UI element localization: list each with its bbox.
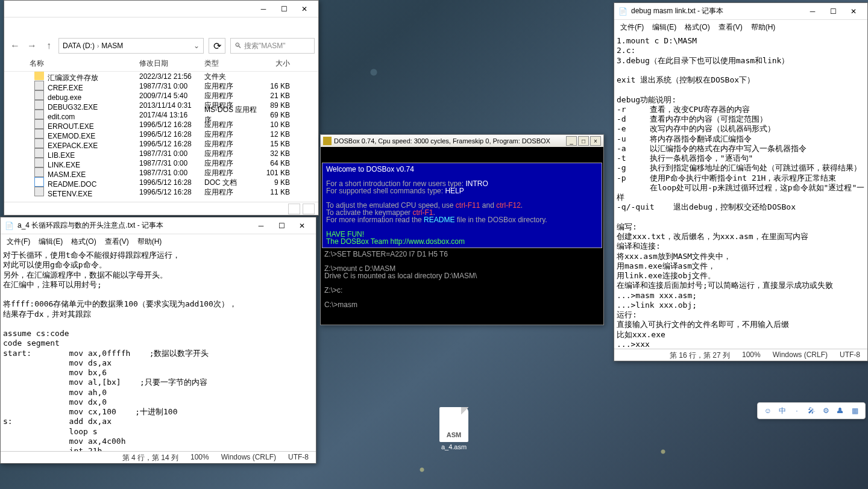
doc-icon [34, 177, 44, 187]
minimize-button[interactable]: _ [566, 136, 577, 146]
menu-item[interactable]: 文件(F) [617, 21, 647, 34]
status-enc: UTF-8 [840, 350, 860, 360]
ime-punct-icon[interactable]: · [791, 405, 802, 416]
explorer-titlebar[interactable]: ─ ☐ ✕ [4, 1, 318, 17]
maximize-button[interactable]: ☐ [274, 2, 294, 16]
breadcrumb-segment[interactable]: MASM [101, 42, 123, 50]
dosbox-welcome: Welcome to DOSBox v0.74 For a short intr… [322, 163, 602, 248]
desktop-file-icon[interactable]: ASM a_4.asm [433, 407, 475, 450]
dosbox-title: DOSBox 0.74, Cpu speed: 3000 cycles, Fra… [334, 137, 566, 145]
status-pos: 第 16 行，第 27 列 [670, 350, 730, 360]
search-icon: 🔍︎ [234, 42, 242, 50]
dosbox-icon [323, 137, 332, 145]
file-explorer-window: ─ ☐ ✕ ← → ↑ DATA (D:) › MASM ⌄ ⟳ 🔍︎ 搜索"M… [4, 0, 319, 216]
close-button[interactable]: ✕ [292, 219, 312, 233]
file-icon: ASM [439, 407, 468, 442]
maximize-button[interactable]: ☐ [271, 219, 292, 233]
close-button[interactable]: ✕ [294, 2, 315, 16]
exe-icon [34, 187, 44, 196]
notepad2-statusbar: 第 16 行，第 27 列 100% Windows (CRLF) UTF-8 [614, 349, 867, 361]
col-size[interactable]: 大小 [261, 58, 295, 69]
col-date[interactable]: 修改日期 [139, 58, 204, 69]
notepad-icon: 📄 [618, 7, 627, 16]
exe-icon [34, 100, 44, 110]
status-eol: Windows (CRLF) [773, 350, 828, 360]
notepad-icon: 📄 [4, 221, 14, 231]
dosbox-screen[interactable]: Welcome to DOSBox v0.74 For a short intr… [321, 147, 603, 325]
status-zoom: 100% [190, 453, 209, 462]
status-pos: 第 4 行，第 14 列 [122, 453, 178, 462]
dropdown-icon[interactable]: ⌄ [193, 42, 200, 50]
view-icons-button[interactable] [303, 204, 315, 214]
notepad1-body[interactable]: 对于长循环，使用t命令不能很好得跟踪程序运行， 对此可以使用g命令或p命令。 另… [1, 249, 316, 451]
notepad1-title: a_4 长循环跟踪与数的开头注意点.txt - 记事本 [17, 220, 251, 231]
col-type[interactable]: 类型 [204, 58, 261, 69]
minimize-button[interactable]: ─ [802, 4, 823, 19]
status-enc: UTF-8 [288, 453, 309, 462]
refresh-button[interactable]: ⟳ [209, 38, 225, 54]
search-input[interactable]: 🔍︎ 搜索"MASM" [230, 38, 315, 54]
maximize-button[interactable]: □ [578, 136, 589, 146]
dosbox-window: DOSBox 0.74, Cpu speed: 3000 cycles, Fra… [320, 134, 604, 325]
exe-icon [34, 90, 44, 100]
exe-icon [34, 129, 44, 139]
notepad-window-1: 📄 a_4 长循环跟踪与数的开头注意点.txt - 记事本 ─ ☐ ✕ 文件(F… [0, 217, 316, 464]
explorer-nav: ← → ↑ DATA (D:) › MASM ⌄ ⟳ 🔍︎ 搜索"MASM" [4, 36, 318, 56]
ime-settings-icon[interactable]: ⚙ [820, 405, 831, 416]
close-button[interactable]: × [590, 136, 601, 146]
forward-button[interactable]: → [25, 39, 39, 53]
minimize-button[interactable]: ─ [253, 2, 274, 16]
exe-icon [34, 148, 44, 158]
ime-grid-icon[interactable]: ▦ [849, 405, 860, 416]
minimize-button[interactable]: ─ [251, 219, 271, 233]
status-eol: Windows (CRLF) [221, 453, 276, 462]
notepad1-titlebar[interactable]: 📄 a_4 长循环跟踪与数的开头注意点.txt - 记事本 ─ ☐ ✕ [1, 217, 316, 234]
menu-item[interactable]: 编辑(E) [35, 235, 66, 248]
explorer-tab-row[interactable] [4, 17, 318, 36]
exe-icon [34, 158, 44, 167]
ime-emoji-icon[interactable]: ☺ [763, 405, 773, 416]
explorer-footer [4, 202, 318, 215]
ime-mic-icon[interactable]: 🎤︎ [806, 405, 817, 416]
desktop-file-label: a_4.asm [433, 443, 475, 450]
ime-user-icon[interactable]: 👤︎ [835, 405, 846, 416]
close-button[interactable]: ✕ [843, 4, 864, 19]
exe-icon [34, 139, 44, 148]
breadcrumb-segment[interactable]: DATA (D:) [63, 42, 95, 50]
notepad2-titlebar[interactable]: 📄 debug masm link.txt - 记事本 ─ ☐ ✕ [614, 3, 867, 20]
back-button[interactable]: ← [8, 39, 22, 53]
notepad2-title: debug masm link.txt - 记事本 [631, 6, 802, 16]
menu-item[interactable]: 编辑(E) [649, 21, 680, 34]
menu-item[interactable]: 格式(O) [68, 235, 99, 248]
file-list[interactable]: 汇编源文件存放2022/3/12 21:56文件夹CREF.EXE1987/7/… [4, 72, 318, 202]
column-headers: 名称 修改日期 类型 大小 [4, 56, 318, 72]
ime-lang-button[interactable]: 中 [777, 405, 788, 416]
menu-item[interactable]: 帮助(H) [134, 235, 166, 248]
folder-icon [34, 72, 44, 80]
notepad2-menubar[interactable]: 文件(F)编辑(E)格式(O)查看(V)帮助(H) [614, 20, 867, 35]
menu-item[interactable]: 格式(O) [681, 21, 713, 34]
exe-icon [34, 119, 44, 129]
menu-item[interactable]: 文件(F) [3, 235, 34, 248]
menu-item[interactable]: 查看(V) [715, 21, 746, 34]
maximize-button[interactable]: ☐ [823, 4, 843, 19]
up-button[interactable]: ↑ [42, 39, 56, 53]
menu-item[interactable]: 查看(V) [101, 235, 133, 248]
address-bar[interactable]: DATA (D:) › MASM ⌄ [58, 38, 204, 54]
menu-item[interactable]: 帮助(H) [747, 21, 779, 34]
ime-toolbar[interactable]: ☺ 中 · 🎤︎ ⚙ 👤︎ ▦ [757, 402, 866, 419]
col-name[interactable]: 名称 [11, 58, 139, 69]
notepad1-menubar[interactable]: 文件(F)编辑(E)格式(O)查看(V)帮助(H) [1, 234, 316, 249]
file-row[interactable]: SETENV.EXE1996/5/12 16:28应用程序11 KB [4, 187, 318, 197]
exe-icon [34, 167, 44, 177]
view-details-button[interactable] [288, 204, 300, 214]
chevron-right-icon: › [97, 43, 99, 49]
exe-icon [34, 81, 44, 90]
search-placeholder: 搜索"MASM" [244, 41, 286, 51]
status-zoom: 100% [742, 350, 761, 360]
dosbox-prompt[interactable]: Z:\>SET BLASTER=A220 I7 D1 H5 T6 Z:\>mou… [321, 249, 603, 310]
exe-icon [34, 110, 44, 119]
notepad2-body[interactable]: 1.mount c D:\MASM 2.c: 3.debug（在此目录下也可以使… [614, 35, 867, 349]
notepad1-statusbar: 第 4 行，第 14 列 100% Windows (CRLF) UTF-8 [1, 451, 316, 463]
dosbox-titlebar[interactable]: DOSBox 0.74, Cpu speed: 3000 cycles, Fra… [321, 135, 603, 147]
